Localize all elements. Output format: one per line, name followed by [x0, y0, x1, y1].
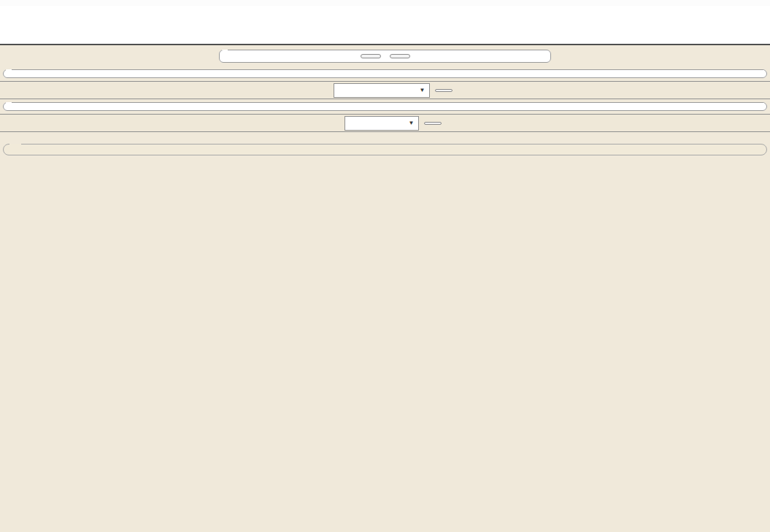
- sending-routes-action-bar: ▼: [0, 81, 770, 99]
- select-arrow-icon: ▼: [420, 87, 426, 93]
- search-button[interactable]: [361, 54, 381, 58]
- select-arrow-icon: ▼: [409, 120, 415, 126]
- tab-bar: [0, 6, 770, 44]
- pending-row-count: [6, 103, 764, 109]
- pending-perform-button[interactable]: [424, 122, 442, 125]
- pending-routes-action-bar: ▼: [0, 114, 770, 132]
- pending-routes-fieldset: [3, 102, 767, 111]
- clear-button[interactable]: [390, 54, 410, 58]
- search-fieldset: [219, 50, 551, 63]
- sending-action-select[interactable]: ▼: [334, 83, 430, 98]
- in-progress-row-count: [6, 70, 764, 76]
- browser-chrome-strip: [0, 0, 770, 6]
- search-buttons-row: [222, 51, 548, 60]
- page-body: ▼ ▼: [0, 45, 770, 532]
- pending-action-select[interactable]: ▼: [344, 116, 419, 131]
- routes-in-progress-fieldset: [3, 69, 767, 78]
- error-routes-legend: [9, 136, 21, 152]
- error-routes-fieldset: [3, 136, 767, 155]
- sending-perform-button[interactable]: [435, 89, 453, 92]
